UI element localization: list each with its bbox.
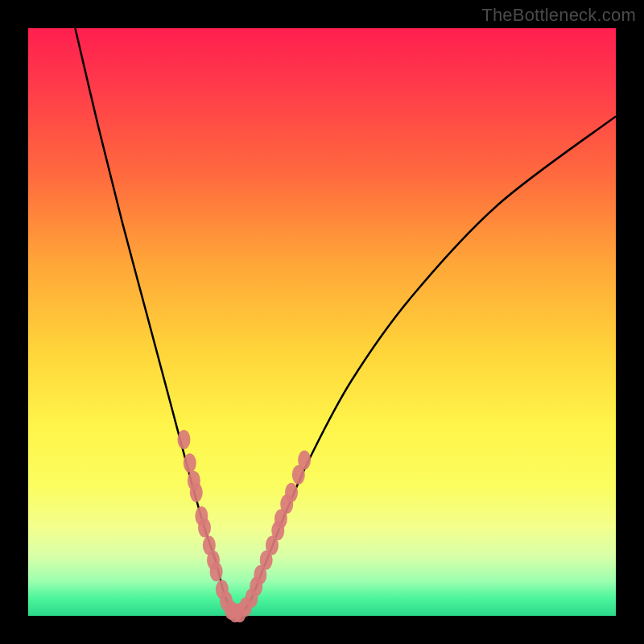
curve-marker bbox=[210, 562, 223, 581]
curve-marker bbox=[285, 483, 298, 502]
chart-svg bbox=[28, 28, 616, 616]
curve-marker bbox=[177, 430, 190, 449]
chart-frame: TheBottleneck.com bbox=[0, 0, 644, 644]
curve-marker bbox=[184, 453, 196, 473]
bottleneck-curve-path bbox=[75, 28, 616, 617]
attribution-text: TheBottleneck.com bbox=[481, 5, 636, 26]
plot-area bbox=[28, 28, 616, 616]
curve-line bbox=[75, 28, 616, 617]
curve-marker bbox=[190, 483, 203, 502]
curve-markers bbox=[177, 430, 311, 622]
curve-marker bbox=[298, 451, 311, 470]
curve-marker bbox=[198, 518, 211, 538]
